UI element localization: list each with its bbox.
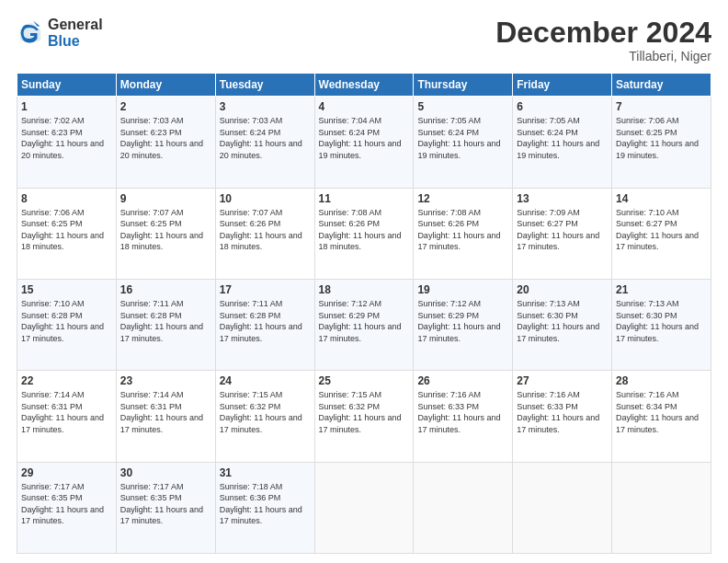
day-number: 20 [517,283,608,296]
day-number: 25 [319,374,410,387]
table-row: 6Sunrise: 7:05 AMSunset: 6:24 PMDaylight… [513,97,612,188]
day-info: Sunrise: 7:11 AMSunset: 6:28 PMDaylight:… [120,299,203,343]
header-tuesday: Tuesday [215,74,314,97]
table-row: 22Sunrise: 7:14 AMSunset: 6:31 PMDayligh… [17,371,117,462]
day-info: Sunrise: 7:13 AMSunset: 6:30 PMDaylight:… [517,299,599,343]
day-info: Sunrise: 7:12 AMSunset: 6:29 PMDaylight:… [319,299,402,343]
logo-text-block: General Blue [48,17,103,49]
header-friday: Friday [513,74,612,97]
day-info: Sunrise: 7:12 AMSunset: 6:29 PMDaylight:… [417,299,500,343]
day-number: 30 [120,466,211,479]
day-number: 17 [220,283,311,296]
location-subtitle: Tillaberi, Niger [495,49,711,63]
logo: General Blue [17,17,103,49]
day-number: 16 [120,283,211,296]
table-row: 16Sunrise: 7:11 AMSunset: 6:28 PMDayligh… [116,279,215,370]
table-row: 3Sunrise: 7:03 AMSunset: 6:24 PMDaylight… [215,97,314,188]
day-number: 23 [120,374,211,387]
day-number: 15 [21,283,112,296]
day-info: Sunrise: 7:05 AMSunset: 6:24 PMDaylight:… [517,116,599,160]
table-row: 11Sunrise: 7:08 AMSunset: 6:26 PMDayligh… [314,188,414,279]
day-number: 9 [120,192,211,205]
day-info: Sunrise: 7:02 AMSunset: 6:23 PMDaylight:… [21,116,104,160]
day-number: 4 [319,100,410,113]
day-info: Sunrise: 7:11 AMSunset: 6:28 PMDaylight:… [220,299,302,343]
day-info: Sunrise: 7:09 AMSunset: 6:27 PMDaylight:… [517,208,599,252]
day-number: 8 [21,192,112,205]
day-info: Sunrise: 7:05 AMSunset: 6:24 PMDaylight:… [417,116,500,160]
table-row: 27Sunrise: 7:16 AMSunset: 6:33 PMDayligh… [513,371,612,462]
table-row: 28Sunrise: 7:16 AMSunset: 6:34 PMDayligh… [612,371,711,462]
day-number: 14 [616,192,707,205]
logo-icon [17,19,44,47]
day-number: 24 [220,374,311,387]
day-info: Sunrise: 7:17 AMSunset: 6:35 PMDaylight:… [21,482,104,526]
day-number: 12 [417,192,508,205]
day-number: 22 [21,374,112,387]
day-number: 31 [220,466,311,479]
table-row: 30Sunrise: 7:17 AMSunset: 6:35 PMDayligh… [116,462,215,553]
logo-blue: Blue [48,33,103,50]
table-row: 20Sunrise: 7:13 AMSunset: 6:30 PMDayligh… [513,279,612,370]
day-number: 6 [517,100,608,113]
header-thursday: Thursday [414,74,513,97]
logo-general: General [48,17,103,33]
day-info: Sunrise: 7:10 AMSunset: 6:28 PMDaylight:… [21,299,104,343]
calendar-row: 15Sunrise: 7:10 AMSunset: 6:28 PMDayligh… [17,279,711,370]
day-info: Sunrise: 7:04 AMSunset: 6:24 PMDaylight:… [319,116,402,160]
day-info: Sunrise: 7:18 AMSunset: 6:36 PMDaylight:… [220,482,302,526]
day-header-row: Sunday Monday Tuesday Wednesday Thursday… [17,74,711,97]
header-wednesday: Wednesday [314,74,414,97]
header-sunday: Sunday [17,74,117,97]
day-number: 3 [220,100,311,113]
table-row: 5Sunrise: 7:05 AMSunset: 6:24 PMDaylight… [414,97,513,188]
table-row: 19Sunrise: 7:12 AMSunset: 6:29 PMDayligh… [414,279,513,370]
day-number: 5 [417,100,508,113]
table-row: 17Sunrise: 7:11 AMSunset: 6:28 PMDayligh… [215,279,314,370]
day-info: Sunrise: 7:06 AMSunset: 6:25 PMDaylight:… [21,208,104,252]
table-row [414,462,513,553]
day-info: Sunrise: 7:07 AMSunset: 6:26 PMDaylight:… [220,208,302,252]
table-row: 25Sunrise: 7:15 AMSunset: 6:32 PMDayligh… [314,371,414,462]
day-number: 10 [220,192,311,205]
table-row: 26Sunrise: 7:16 AMSunset: 6:33 PMDayligh… [414,371,513,462]
title-block: December 2024 Tillaberi, Niger [495,17,711,63]
day-number: 28 [616,374,707,387]
table-row: 13Sunrise: 7:09 AMSunset: 6:27 PMDayligh… [513,188,612,279]
day-number: 13 [517,192,608,205]
month-title: December 2024 [495,17,711,49]
table-row: 21Sunrise: 7:13 AMSunset: 6:30 PMDayligh… [612,279,711,370]
calendar-row: 1Sunrise: 7:02 AMSunset: 6:23 PMDaylight… [17,97,711,188]
day-number: 11 [319,192,410,205]
table-row [314,462,414,553]
table-row: 4Sunrise: 7:04 AMSunset: 6:24 PMDaylight… [314,97,414,188]
day-info: Sunrise: 7:10 AMSunset: 6:27 PMDaylight:… [616,208,699,252]
table-row: 2Sunrise: 7:03 AMSunset: 6:23 PMDaylight… [116,97,215,188]
table-row: 18Sunrise: 7:12 AMSunset: 6:29 PMDayligh… [314,279,414,370]
day-info: Sunrise: 7:08 AMSunset: 6:26 PMDaylight:… [417,208,500,252]
calendar-row: 8Sunrise: 7:06 AMSunset: 6:25 PMDaylight… [17,188,711,279]
calendar-table: Sunday Monday Tuesday Wednesday Thursday… [17,73,711,554]
table-row: 1Sunrise: 7:02 AMSunset: 6:23 PMDaylight… [17,97,117,188]
day-info: Sunrise: 7:14 AMSunset: 6:31 PMDaylight:… [120,390,203,434]
table-row: 7Sunrise: 7:06 AMSunset: 6:25 PMDaylight… [612,97,711,188]
table-row: 8Sunrise: 7:06 AMSunset: 6:25 PMDaylight… [17,188,117,279]
day-info: Sunrise: 7:07 AMSunset: 6:25 PMDaylight:… [120,208,203,252]
calendar-row: 22Sunrise: 7:14 AMSunset: 6:31 PMDayligh… [17,371,711,462]
table-row: 31Sunrise: 7:18 AMSunset: 6:36 PMDayligh… [215,462,314,553]
day-number: 2 [120,100,211,113]
table-row: 29Sunrise: 7:17 AMSunset: 6:35 PMDayligh… [17,462,117,553]
table-row: 23Sunrise: 7:14 AMSunset: 6:31 PMDayligh… [116,371,215,462]
page: General Blue December 2024 Tillaberi, Ni… [0,0,728,563]
table-row [513,462,612,553]
table-row: 24Sunrise: 7:15 AMSunset: 6:32 PMDayligh… [215,371,314,462]
day-info: Sunrise: 7:03 AMSunset: 6:23 PMDaylight:… [120,116,203,160]
day-info: Sunrise: 7:14 AMSunset: 6:31 PMDaylight:… [21,390,104,434]
day-info: Sunrise: 7:16 AMSunset: 6:34 PMDaylight:… [616,390,699,434]
day-info: Sunrise: 7:16 AMSunset: 6:33 PMDaylight:… [517,390,599,434]
table-row: 9Sunrise: 7:07 AMSunset: 6:25 PMDaylight… [116,188,215,279]
header-monday: Monday [116,74,215,97]
day-number: 27 [517,374,608,387]
day-info: Sunrise: 7:17 AMSunset: 6:35 PMDaylight:… [120,482,203,526]
day-info: Sunrise: 7:16 AMSunset: 6:33 PMDaylight:… [417,390,500,434]
